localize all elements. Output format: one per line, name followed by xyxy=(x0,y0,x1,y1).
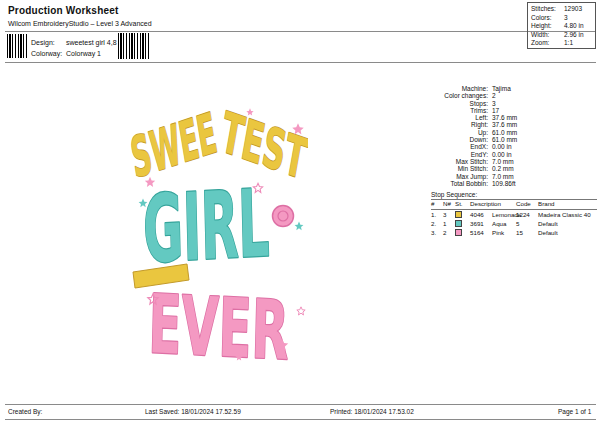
machine-label: EndY: xyxy=(428,151,488,158)
machine-value: 0.2 mm xyxy=(492,165,596,172)
stat-label: Width: xyxy=(531,31,564,40)
cell-name: Lemonade xyxy=(492,210,516,219)
col-needle: N# xyxy=(443,200,455,209)
cell-needle: 3 xyxy=(443,210,455,219)
machine-label: Machine: xyxy=(428,85,488,92)
thread-swatch xyxy=(455,220,462,227)
machine-label: Max Jump: xyxy=(428,173,488,180)
stop-sequence-header: # N# St. Description Code Brand xyxy=(431,199,597,210)
stat-row: Stitches:12903 xyxy=(531,5,595,14)
star-icon xyxy=(295,222,304,231)
machine-label: Color changes: xyxy=(428,92,488,99)
divider xyxy=(5,404,596,405)
machine-row: Up:61.0 mm xyxy=(428,129,596,136)
stat-value: 12903 xyxy=(564,5,595,14)
cell-num: 2. xyxy=(431,219,443,228)
stat-value: 4.80 in xyxy=(564,22,595,31)
table-row: 1. 3 4046 Lemonade 1224 Madeira Classic … xyxy=(431,210,597,219)
machine-value: 17 xyxy=(492,107,596,114)
design-word-ever: EVER xyxy=(148,276,290,364)
machine-label: Up: xyxy=(428,129,488,136)
divider xyxy=(5,31,596,32)
dot-ornament xyxy=(273,206,294,227)
cell-num: 1. xyxy=(431,210,443,219)
machine-row: Right:37.6 mm xyxy=(428,121,596,128)
cell-num: 3. xyxy=(431,228,443,237)
stat-value: 1:1 xyxy=(564,39,595,48)
col-num: # xyxy=(431,200,443,209)
cell-name: Pink xyxy=(492,228,516,237)
cell-thread: 4046 xyxy=(470,210,492,219)
machine-label: Left: xyxy=(428,114,488,121)
machine-row: Left:37.6 mm xyxy=(428,114,596,121)
design-preview: SWEE TEST GIRL EVER xyxy=(130,102,308,364)
design-label: Design: xyxy=(31,39,55,46)
col-brand: Brand xyxy=(538,200,597,209)
machine-label: Right: xyxy=(428,121,488,128)
machine-label: Down: xyxy=(428,136,488,143)
stats-box: Stitches:12903 Colors:3 Height:4.80 in W… xyxy=(527,2,596,49)
machine-row: Down:61.0 mm xyxy=(428,136,596,143)
stat-label: Stitches: xyxy=(531,5,564,14)
machine-label: EndX: xyxy=(428,143,488,150)
machine-value: 61.0 mm xyxy=(492,136,596,143)
machine-value: 0.00 in xyxy=(492,151,596,158)
machine-row: Stops:3 xyxy=(428,100,596,107)
last-saved-label: Last Saved: 18/01/2024 17.52.59 xyxy=(145,408,241,415)
worksheet-page: Production Worksheet Wilcom EmbroiderySt… xyxy=(0,0,600,424)
machine-value: 2 xyxy=(492,92,596,99)
design-name-value: sweetest girl 4,8 in xyxy=(66,39,124,46)
machine-row: EndX:0.00 in xyxy=(428,143,596,150)
stat-label: Colors: xyxy=(531,14,564,23)
machine-row: Total Bobbin:109.86ft xyxy=(428,180,596,187)
barcode-icon xyxy=(7,34,29,58)
thread-swatch xyxy=(455,211,462,218)
page-number: Page 1 of 1 xyxy=(558,408,591,415)
divider xyxy=(5,62,596,63)
machine-value: 7.0 mm xyxy=(492,158,596,165)
cell-code: 1224 xyxy=(516,210,538,219)
machine-value: 109.86ft xyxy=(492,180,596,187)
machine-value: 0.00 in xyxy=(492,143,596,150)
col-code: Code xyxy=(516,200,538,209)
machine-row: Trims:17 xyxy=(428,107,596,114)
machine-value: 61.0 mm xyxy=(492,129,596,136)
machine-label: Min Stitch: xyxy=(428,165,488,172)
printed-label: Printed: 18/01/2024 17.53.02 xyxy=(330,408,414,415)
machine-row: Max Jump:7.0 mm xyxy=(428,173,596,180)
divider xyxy=(5,419,596,420)
created-by-label: Created By: xyxy=(8,408,42,415)
cell-code: 15 xyxy=(516,228,538,237)
cell-brand: Default xyxy=(538,228,597,237)
table-row: 2. 1 3691 Aqua 5 Default xyxy=(431,219,597,228)
cell-thread: 3691 xyxy=(470,219,492,228)
stat-row: Height:4.80 in xyxy=(531,22,595,31)
machine-label: Trims: xyxy=(428,107,488,114)
machine-label: Total Bobbin: xyxy=(428,180,488,187)
stat-label: Zoom: xyxy=(531,39,564,48)
cell-brand: Default xyxy=(538,219,597,228)
cell-thread: 5164 xyxy=(470,228,492,237)
colorway-value: Colorway 1 xyxy=(66,50,101,57)
page-title: Production Worksheet xyxy=(8,5,119,16)
machine-row: EndY:0.00 in xyxy=(428,151,596,158)
stat-value: 2.96 in xyxy=(564,31,595,40)
stat-value: 3 xyxy=(564,14,595,23)
cell-needle: 2 xyxy=(443,228,455,237)
machine-value: 37.6 mm xyxy=(492,121,596,128)
cell-code: 5 xyxy=(516,219,538,228)
machine-label: Stops: xyxy=(428,100,488,107)
machine-value: 3 xyxy=(492,100,596,107)
stat-row: Colors:3 xyxy=(531,14,595,23)
stat-row: Width:2.96 in xyxy=(531,31,595,40)
machine-value: 37.6 mm xyxy=(492,114,596,121)
machine-label: Max Stitch: xyxy=(428,158,488,165)
stop-sequence-title: Stop Sequence: xyxy=(431,191,477,198)
table-row: 3. 2 5164 Pink 15 Default xyxy=(431,228,597,237)
machine-row: Machine:Tajima xyxy=(428,85,596,92)
col-description: Description xyxy=(470,200,516,209)
machine-row: Max Stitch:7.0 mm xyxy=(428,158,596,165)
stat-label: Height: xyxy=(531,22,564,31)
star-icon xyxy=(297,307,305,315)
machine-row: Min Stitch:0.2 mm xyxy=(428,165,596,172)
